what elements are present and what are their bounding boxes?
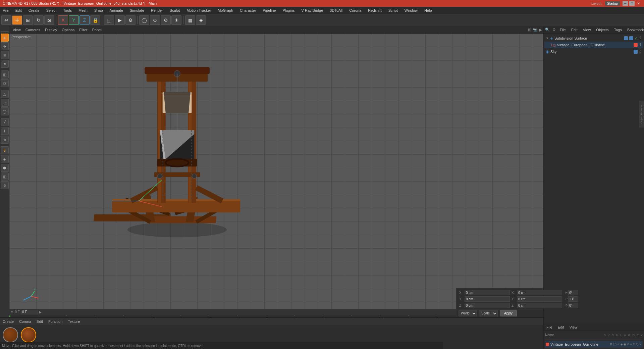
subdiv-editor-dot[interactable] bbox=[624, 36, 628, 40]
menu-vray[interactable]: V-Ray Bridge bbox=[300, 8, 325, 13]
timeline-expand[interactable]: ≡ bbox=[11, 310, 13, 314]
vp-options-menu[interactable]: Options bbox=[60, 27, 76, 33]
vp-view-menu[interactable]: View bbox=[11, 27, 23, 33]
vp-display-menu[interactable]: Display bbox=[43, 27, 59, 33]
mat-function[interactable]: Function bbox=[47, 319, 64, 324]
rp-edit[interactable]: Edit bbox=[570, 27, 579, 33]
mat-texture[interactable]: Texture bbox=[66, 319, 81, 324]
scene-item-subdivision[interactable]: ▼ ◈ Subdivision Surface ✓ ⋮ bbox=[544, 35, 643, 42]
undo-button[interactable]: ↩ bbox=[1, 15, 11, 25]
lock-button[interactable]: 🔒 bbox=[90, 15, 100, 25]
obj-icon-10[interactable]: ✕ bbox=[639, 343, 642, 346]
deformer-tool[interactable]: ⚙ bbox=[161, 15, 171, 25]
material-tool[interactable]: ⬢ bbox=[1, 164, 9, 172]
z-size-input[interactable] bbox=[517, 303, 562, 308]
material-thumb-2[interactable] bbox=[21, 327, 36, 343]
menu-tools[interactable]: Tools bbox=[62, 8, 73, 13]
mode-rotate[interactable]: ↻ bbox=[34, 15, 44, 25]
snap-tool[interactable]: ◫ bbox=[1, 172, 9, 181]
world-select[interactable]: World Object Local bbox=[459, 310, 477, 316]
mat-corona[interactable]: Corona bbox=[18, 319, 33, 324]
minimize-button[interactable]: ─ bbox=[623, 1, 628, 6]
menu-help[interactable]: Help bbox=[423, 8, 433, 13]
menu-sculpt[interactable]: Sculpt bbox=[168, 8, 181, 13]
obj-icon-2[interactable]: ◯ bbox=[613, 343, 616, 346]
menu-animate[interactable]: Animate bbox=[108, 8, 124, 13]
knife-tool[interactable]: ╱ bbox=[1, 118, 9, 126]
props-file[interactable]: File bbox=[545, 325, 554, 330]
menu-simulate[interactable]: Simulate bbox=[128, 8, 146, 13]
menu-character[interactable]: Character bbox=[238, 8, 257, 13]
menu-select[interactable]: Select bbox=[45, 8, 58, 13]
guillotine-menu[interactable]: ⋮ bbox=[639, 43, 642, 47]
menu-edit[interactable]: Edit bbox=[14, 8, 23, 13]
x-size-input[interactable] bbox=[517, 290, 562, 295]
props-view[interactable]: View bbox=[568, 325, 579, 330]
obj-icon-9[interactable]: ⬡ bbox=[636, 343, 639, 346]
subdiv-check[interactable]: ✓ bbox=[635, 36, 638, 41]
mode-transform[interactable]: ⊠ bbox=[44, 15, 54, 25]
live-select[interactable]: ⬡ bbox=[1, 79, 9, 87]
magnet-tool[interactable]: ⊙ bbox=[1, 181, 9, 189]
current-frame-input[interactable] bbox=[21, 310, 38, 314]
sky-menu[interactable]: ⋮ bbox=[639, 50, 642, 54]
rp-view[interactable]: View bbox=[582, 27, 592, 33]
move-tool-left[interactable]: ✛ bbox=[1, 42, 9, 50]
poly-tool[interactable]: ◈ bbox=[196, 15, 206, 25]
select-tool[interactable]: ◈ bbox=[1, 34, 9, 42]
box-select[interactable]: ◫ bbox=[1, 70, 9, 79]
weight-tool[interactable]: S bbox=[1, 146, 9, 154]
obj-icon-4[interactable]: ◈ bbox=[621, 343, 623, 346]
obj-icon-7[interactable]: ≡ bbox=[630, 343, 632, 346]
window-controls[interactable]: ─ □ ✕ bbox=[623, 1, 641, 6]
mode-scale[interactable]: ⊞ bbox=[23, 15, 33, 25]
scale-select[interactable]: Scale Move Rotate bbox=[479, 310, 498, 316]
object-entry[interactable]: Vintage_European_Guillotine ⊞ ◯ ✓ ◈ ◉ ⊙ … bbox=[545, 341, 643, 348]
menu-plugins[interactable]: Plugins bbox=[281, 8, 296, 13]
mat-create[interactable]: Create bbox=[1, 319, 15, 324]
axis-z[interactable]: Z bbox=[79, 15, 90, 25]
render-region[interactable]: ⬚ bbox=[104, 15, 114, 25]
menu-mesh[interactable]: Mesh bbox=[77, 8, 89, 13]
render-icon[interactable]: ▶ bbox=[539, 28, 542, 32]
axis-y[interactable]: Y bbox=[69, 15, 79, 25]
axis-x[interactable]: X bbox=[58, 15, 68, 25]
menu-script[interactable]: Script bbox=[387, 8, 399, 13]
menu-redshift[interactable]: Redshift bbox=[367, 8, 383, 13]
rotate-tool-left[interactable]: ↻ bbox=[1, 60, 9, 68]
scale-tool-left[interactable]: ⊞ bbox=[1, 51, 9, 59]
nurbs-tool[interactable]: ⊙ bbox=[150, 15, 160, 25]
subdiv-menu[interactable]: ⋮ bbox=[639, 36, 642, 41]
rp-objects[interactable]: Objects bbox=[595, 27, 610, 33]
b-input[interactable] bbox=[568, 303, 578, 308]
object-browser-tab[interactable]: Object Browser bbox=[639, 101, 644, 128]
obj-icon-8[interactable]: ⊗ bbox=[633, 343, 635, 346]
edge-mode[interactable]: ◻ bbox=[1, 99, 9, 107]
menu-render[interactable]: Render bbox=[150, 8, 164, 13]
close-button[interactable]: ✕ bbox=[636, 1, 641, 6]
brush-tool[interactable]: ⌇ bbox=[1, 127, 9, 135]
menu-snap[interactable]: Snap bbox=[93, 8, 104, 13]
vp-panel-menu[interactable]: Panel bbox=[90, 27, 104, 33]
3d-viewport[interactable]: Perspective bbox=[9, 34, 543, 309]
obj-icon-3[interactable]: ✓ bbox=[617, 343, 620, 346]
point-mode[interactable]: ◯ bbox=[1, 107, 9, 115]
mat-edit[interactable]: Edit bbox=[35, 319, 44, 324]
rp-file[interactable]: File bbox=[558, 27, 567, 33]
menu-create[interactable]: Create bbox=[27, 8, 41, 13]
p-input[interactable] bbox=[568, 296, 578, 302]
rp-tags[interactable]: Tags bbox=[613, 27, 623, 33]
subdiv-expand-icon[interactable]: ▼ bbox=[546, 37, 549, 40]
guillotine-color-dot[interactable] bbox=[634, 43, 638, 47]
x-position-input[interactable] bbox=[465, 290, 510, 295]
sculpt-tool[interactable]: ⊗ bbox=[1, 136, 9, 144]
menu-mograph[interactable]: MoGraph bbox=[216, 8, 234, 13]
menu-3dtoall[interactable]: 3DToAll bbox=[328, 8, 344, 13]
rp-search-icon[interactable]: 🔍 bbox=[545, 28, 550, 32]
vp-cameras-menu[interactable]: Cameras bbox=[23, 27, 43, 33]
rp-settings-icon[interactable]: ⚙ bbox=[552, 28, 556, 32]
menu-window[interactable]: Window bbox=[403, 8, 419, 13]
cam-icon[interactable]: 📷 bbox=[533, 28, 538, 32]
frame-arrow[interactable]: ▶ bbox=[39, 310, 42, 314]
material-thumb-1[interactable] bbox=[3, 327, 18, 343]
